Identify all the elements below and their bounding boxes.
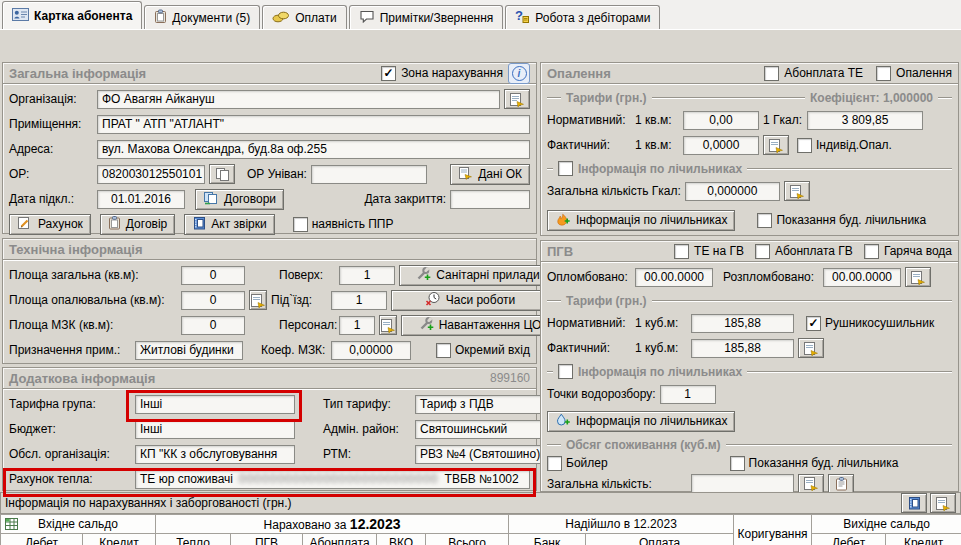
normative-label: Нормативний: (547, 316, 631, 330)
org-lookup-button[interactable] (504, 89, 530, 109)
org-field[interactable]: ФО Авагян Айкануш (97, 90, 500, 109)
abonplata-te-checkbox[interactable] (764, 66, 779, 81)
date-conn-field[interactable]: 01.01.2016 (97, 190, 185, 209)
koef-mzk-label: Коеф. МЗК: (261, 343, 327, 357)
ppr-checkbox[interactable] (293, 217, 308, 232)
seal-lookup-button[interactable] (905, 267, 931, 287)
budget-field[interactable]: Інші (135, 420, 295, 439)
abonplata-gv-checkbox[interactable] (755, 244, 770, 259)
work-hours-button[interactable]: Часи роботи (391, 290, 549, 311)
dogovir-button[interactable]: Договір (100, 214, 175, 235)
total-volume-clipboard-button[interactable] (828, 474, 854, 494)
tariff-group-field[interactable]: Інші (135, 395, 295, 414)
hot-water-checkbox[interactable] (864, 244, 879, 259)
total-gcal-lookup-button[interactable] (784, 181, 810, 201)
te-gv-checkbox[interactable] (674, 244, 689, 259)
address-label: Адреса: (9, 142, 93, 156)
area-heat-field[interactable]: 0 (181, 291, 245, 310)
service-org-label: Обсл. організація: (9, 447, 131, 461)
meters-info-checkbox[interactable] (558, 364, 573, 379)
water-drop-plus-icon (555, 412, 571, 431)
meters-info-checkbox[interactable] (558, 161, 573, 176)
tariff-type-field[interactable]: Тариф з ПДВ (415, 395, 549, 414)
pgv-meters-button[interactable]: Інформація по лічильниках (547, 411, 735, 432)
or-univan-label: ОР Уніван: (247, 167, 307, 181)
dani-ok-button[interactable]: Дані ОК (450, 164, 530, 185)
col-total: Всього (426, 534, 509, 545)
dogovory-button[interactable]: Договори (195, 189, 284, 210)
per-gcal-label: 1 Гкал: (763, 113, 803, 127)
separate-entrance-checkbox[interactable] (436, 343, 451, 358)
col-abonplata: Абонплата (303, 534, 377, 545)
heat-account-field[interactable]: ТЕ юр споживачі 000000000000000000000000… (135, 470, 530, 489)
area-mzk-field[interactable]: 0 (181, 316, 245, 335)
meters-separator-label: Інформація по лічильниках (578, 162, 742, 176)
date-close-field[interactable] (450, 190, 530, 209)
col-pgv: ПГВ (231, 534, 303, 545)
purpose-field[interactable]: Житлові будинки (135, 341, 243, 360)
rtm-field[interactable]: РВЗ №4 (Святошино) (415, 445, 549, 464)
billing-lookup-button[interactable] (930, 493, 956, 513)
building-meter-checkbox[interactable] (757, 213, 772, 228)
area-total-field[interactable]: 0 (181, 266, 245, 285)
staff-field[interactable]: 1 (339, 316, 375, 335)
sealed-field[interactable]: 00.00.0000 (635, 268, 713, 287)
actual-tariff-lookup-button[interactable] (763, 135, 789, 155)
total-volume-label: Загальна кількість: (547, 477, 669, 491)
water-points-field[interactable]: 1 (660, 385, 716, 404)
akt-zvirky-button[interactable]: Акт звірки (184, 214, 274, 235)
tab-kartka-abonenta[interactable]: Картка абонента (2, 1, 142, 29)
normative-m2-field[interactable]: 0,00 (683, 111, 759, 130)
building-meter-checkbox[interactable] (730, 456, 745, 471)
building-meter-label: Показання буд. лічильника (749, 456, 899, 470)
unsealed-field[interactable]: 00.00.0000 (823, 268, 901, 287)
actual-m2-field[interactable]: 0,0000 (683, 136, 759, 155)
or-field[interactable]: 082003012550101 (97, 165, 205, 184)
actual-m3-field[interactable]: 185,88 (691, 339, 794, 358)
premise-field[interactable]: ПРАТ " АТП "АТЛАНТ" (97, 115, 530, 134)
koef-mzk-field[interactable]: 0,00000 (331, 341, 411, 360)
svg-text:?: ? (515, 9, 523, 23)
heat-account-label: Рахунок тепла: (9, 472, 131, 486)
address-field[interactable]: вул. Махова Олександра, буд.8а оф.255 (97, 140, 530, 159)
copy-icon[interactable] (209, 164, 235, 184)
heating-meters-button[interactable]: Інформація по лічильниках (547, 210, 735, 231)
tab-oplaty[interactable]: Оплати (262, 5, 346, 29)
tab-robota-z-debitoramy[interactable]: ? Робота з дебіторами (505, 5, 660, 29)
tab-prymitky-zvernennya[interactable]: Примітки/Звернення (349, 5, 504, 29)
meters-separator-label: Інформація по лічильниках (578, 365, 742, 379)
sanitary-button[interactable]: Санітарні прилади (399, 265, 557, 286)
normative-gcal-field[interactable]: 3 809,85 (807, 111, 923, 130)
billing-notebook-button[interactable] (901, 493, 927, 513)
service-org-field[interactable]: КП "КК з обслуговування (135, 445, 295, 464)
rahunok-button[interactable]: Рахунок (9, 214, 91, 235)
info-icon[interactable]: i (508, 63, 530, 84)
admin-district-field[interactable]: Святошинський (415, 420, 549, 439)
staff-lookup-button[interactable] (379, 315, 397, 335)
tab-bar: Картка абонента Документи (5) Оплати При… (0, 0, 961, 29)
zone-checkbox[interactable]: ✓ (381, 66, 396, 81)
total-gcal-label: Загальна кількість Гкал: (547, 184, 681, 198)
total-volume-field[interactable] (691, 474, 794, 493)
boiler-label: Бойлер (566, 456, 608, 470)
area-heat-lookup-button[interactable] (249, 290, 267, 310)
floor-field[interactable]: 1 (339, 266, 395, 285)
total-gcal-field[interactable]: 0,000000 (685, 182, 780, 201)
entrance-field[interactable]: 1 (331, 291, 387, 310)
towel-dryer-checkbox[interactable]: ✓ (806, 316, 821, 331)
tariffs-separator-label: Тарифи (грн.) (566, 91, 647, 105)
tab-dokumenty[interactable]: Документи (5) (144, 5, 260, 29)
date-conn-label: Дата підкл.: (9, 192, 93, 206)
total-volume-lookup-button[interactable] (798, 474, 824, 494)
section-title: Опалення (547, 66, 611, 81)
notebook-icon (192, 216, 206, 233)
heating-checkbox[interactable] (876, 66, 891, 81)
load-co-button[interactable]: Навантаження ЦО (401, 315, 559, 336)
actual-m3-lookup-button[interactable] (798, 338, 824, 358)
normative-m3-field[interactable]: 185,88 (691, 314, 794, 333)
section-title: ПГВ (547, 244, 573, 259)
or-univan-field[interactable] (311, 165, 427, 184)
invoice-pencil-icon (17, 216, 33, 233)
boiler-checkbox[interactable] (547, 456, 562, 471)
indiv-opal-checkbox[interactable] (797, 138, 812, 153)
